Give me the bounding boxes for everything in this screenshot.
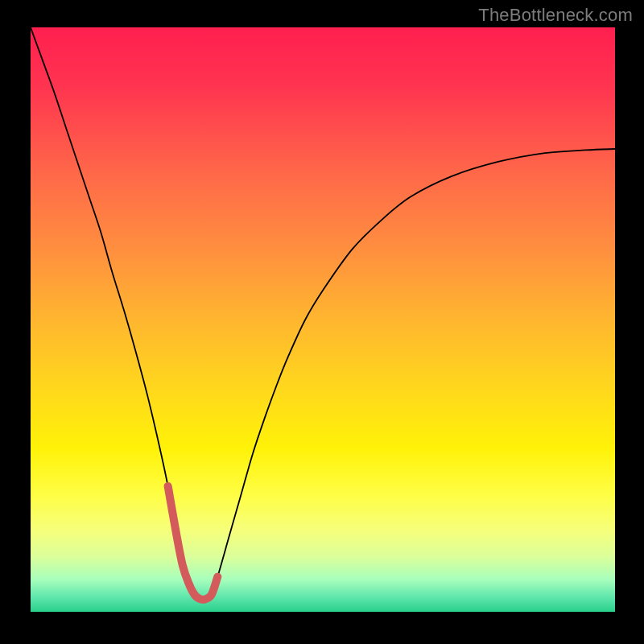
plot-background: [31, 27, 615, 612]
chart-svg: [0, 0, 644, 644]
chart-frame: TheBottleneck.com: [0, 0, 644, 644]
watermark-text: TheBottleneck.com: [478, 5, 633, 26]
